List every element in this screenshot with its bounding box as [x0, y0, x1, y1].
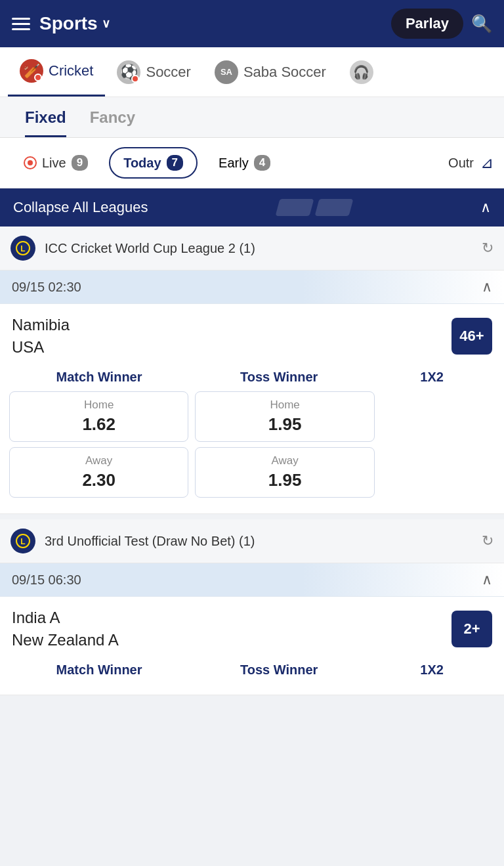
match-section-2: L 3rd Unofficial Test (Draw No Bet) (1) …	[0, 519, 504, 695]
bet-1x2-empty-home	[381, 391, 495, 442]
market-count-button-2[interactable]: 2+	[452, 611, 492, 647]
bet-label-tw-home: Home	[270, 399, 299, 412]
header-right: Parlay 🔍	[391, 9, 492, 39]
tab-fancy[interactable]: Fancy	[78, 97, 147, 137]
bet-label-tw-away: Away	[271, 454, 298, 467]
headset-icon: 🎧	[350, 60, 373, 84]
bet-label-mw-away: Away	[85, 454, 112, 467]
team2-name-1: USA	[12, 338, 70, 357]
match-datetime-2: 09/15 06:30	[12, 573, 81, 588]
early-label: Early	[219, 156, 249, 171]
match-card-2: India A New Zealand A 2+ Match Winner To…	[0, 597, 504, 695]
market-header-1x2-2: 1X2	[369, 662, 495, 678]
today-label: Today	[123, 156, 161, 171]
filter-outrights-area: Outr ⊿	[448, 154, 494, 172]
soccer-icon: ⚽	[117, 60, 140, 84]
match-time-row-1: 09/15 02:30 ∧	[0, 271, 504, 304]
match-section-1: L ICC Cricket World Cup League 2 (1) ↻ 0…	[0, 227, 504, 514]
collapse-decorations	[278, 199, 351, 216]
svg-text:L: L	[20, 537, 25, 546]
filter-today-button[interactable]: Today 7	[109, 147, 198, 179]
search-icon[interactable]: 🔍	[471, 14, 492, 34]
bet-match-winner-away-1[interactable]: Away 2.30	[9, 447, 188, 498]
svg-text:L: L	[20, 244, 25, 253]
parlay-button[interactable]: Parlay	[391, 9, 463, 39]
tab-cricket[interactable]: 🏏 Cricket	[8, 47, 105, 97]
bet-label-mw-home: Home	[84, 399, 114, 412]
soccer-tab-label: Soccer	[146, 64, 190, 81]
sports-dropdown[interactable]: Sports ∨	[39, 13, 110, 34]
collapse-bar-left: Collapse All Leagues	[13, 199, 148, 216]
match-time-row-2: 09/15 06:30 ∧	[0, 563, 504, 597]
match-header-1: Namibia USA 46+	[0, 304, 504, 363]
odds-headers-1: Match Winner Toss Winner 1X2	[9, 370, 495, 385]
fancy-tab-label: Fancy	[90, 108, 135, 127]
deco-1	[275, 199, 314, 216]
early-count-badge: 4	[254, 155, 270, 171]
league-icon-1: L	[10, 236, 35, 261]
sub-tabs: Fixed Fancy	[0, 97, 504, 138]
bet-toss-winner-home-1[interactable]: Home 1.95	[195, 391, 374, 442]
tab-saba-soccer[interactable]: SA Saba Soccer	[203, 47, 338, 97]
saba-soccer-icon: SA	[215, 60, 238, 84]
header: Sports ∨ Parlay 🔍	[0, 0, 504, 47]
bet-toss-winner-away-1[interactable]: Away 1.95	[195, 447, 374, 498]
match-collapse-icon-2[interactable]: ∧	[482, 571, 492, 588]
match-header-2: India A New Zealand A 2+	[0, 597, 504, 656]
league-name-2: 3rd Unofficial Test (Draw No Bet) (1)	[45, 534, 482, 549]
market-header-toss-winner: Toss Winner	[189, 370, 369, 385]
tab-soccer[interactable]: ⚽ Soccer	[105, 47, 202, 97]
fixed-tab-label: Fixed	[25, 108, 66, 127]
match-card-1: Namibia USA 46+ Match Winner Toss Winner…	[0, 304, 504, 514]
hamburger-menu-icon[interactable]	[12, 18, 30, 30]
live-count-badge: 9	[72, 155, 88, 171]
bet-value-tw-away: 1.95	[268, 470, 302, 490]
filter-icon[interactable]: ⊿	[480, 154, 494, 172]
collapse-all-label: Collapse All Leagues	[13, 199, 148, 216]
market-header-toss-winner-2: Toss Winner	[189, 662, 369, 678]
sports-tabs: 🏏 Cricket ⚽ Soccer SA Saba Soccer 🎧	[0, 47, 504, 97]
today-count-badge: 7	[167, 155, 183, 171]
odds-row-away-1: Away 2.30 Away 1.95	[9, 447, 495, 498]
outrights-label: Outr	[448, 156, 474, 171]
league-row-2: L 3rd Unofficial Test (Draw No Bet) (1) …	[0, 519, 504, 563]
market-count-button-1[interactable]: 46+	[452, 318, 492, 355]
refresh-icon-2[interactable]: ↻	[482, 532, 494, 550]
odds-section-2: Match Winner Toss Winner 1X2	[0, 656, 504, 695]
header-left: Sports ∨	[12, 13, 110, 34]
filter-live-button[interactable]: Live 9	[10, 148, 101, 177]
trophy-icon: L	[16, 241, 30, 255]
league-name-1: ICC Cricket World Cup League 2 (1)	[45, 241, 482, 256]
match-collapse-icon-1[interactable]: ∧	[482, 278, 492, 295]
chevron-down-icon: ∨	[102, 16, 110, 31]
match-datetime-1: 09/15 02:30	[12, 280, 81, 295]
filter-bar: Live 9 Today 7 Early 4 Outr ⊿	[0, 138, 504, 188]
odds-headers-2: Match Winner Toss Winner 1X2	[9, 662, 495, 678]
bet-value-tw-home: 1.95	[268, 414, 302, 435]
market-header-match-winner-2: Match Winner	[9, 662, 189, 678]
league-row-1: L ICC Cricket World Cup League 2 (1) ↻	[0, 227, 504, 271]
teams-1: Namibia USA	[12, 316, 70, 357]
team1-name-2: India A	[12, 609, 119, 627]
tab-headset[interactable]: 🎧	[338, 47, 385, 97]
header-title-text: Sports	[39, 13, 98, 34]
deco-2	[314, 199, 353, 216]
filter-early-button[interactable]: Early 4	[205, 148, 284, 177]
market-header-match-winner: Match Winner	[9, 370, 189, 385]
cricket-icon: 🏏	[20, 59, 43, 83]
bet-1x2-empty-away	[381, 447, 495, 498]
collapse-all-leagues-bar[interactable]: Collapse All Leagues ∧	[0, 188, 504, 227]
tab-fixed[interactable]: Fixed	[13, 97, 78, 137]
league-icon-2: L	[10, 529, 35, 553]
odds-row-home-1: Home 1.62 Home 1.95	[9, 391, 495, 442]
team2-name-2: New Zealand A	[12, 631, 119, 649]
teams-2: India A New Zealand A	[12, 609, 119, 649]
market-header-1x2: 1X2	[369, 370, 495, 385]
bet-match-winner-home-1[interactable]: Home 1.62	[9, 391, 188, 442]
saba-tab-label: Saba Soccer	[243, 64, 326, 81]
live-indicator-icon	[24, 156, 37, 169]
cricket-tab-label: Cricket	[49, 62, 93, 79]
odds-section-1: Match Winner Toss Winner 1X2 Home 1.62 H…	[0, 363, 504, 513]
refresh-icon-1[interactable]: ↻	[482, 240, 494, 257]
section-gap	[0, 514, 504, 519]
